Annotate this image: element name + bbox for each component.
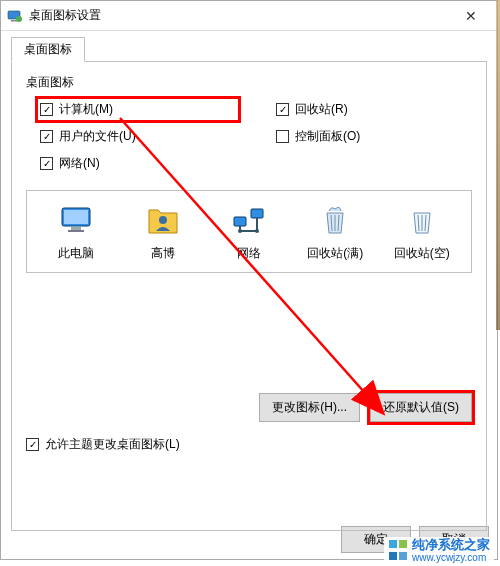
decorative-edge bbox=[496, 0, 500, 330]
svg-point-7 bbox=[159, 216, 167, 224]
recycle-empty-icon bbox=[404, 203, 440, 239]
window-title: 桌面图标设置 bbox=[29, 7, 451, 24]
checkbox-label: 用户的文件(U) bbox=[59, 128, 136, 145]
group-label: 桌面图标 bbox=[26, 74, 472, 91]
watermark-name: 纯净系统之家 bbox=[412, 538, 490, 552]
preview-user[interactable]: 高博 bbox=[126, 203, 200, 262]
preview-network[interactable]: 网络 bbox=[212, 203, 286, 262]
icon-label: 回收站(满) bbox=[307, 245, 363, 262]
close-icon: ✕ bbox=[465, 8, 477, 24]
checkbox-grid: 计算机(M) 回收站(R) 用户的文件(U) 控制面板(O) 网络(N) bbox=[40, 101, 472, 172]
svg-point-11 bbox=[255, 229, 259, 233]
preview-recycle-empty[interactable]: 回收站(空) bbox=[385, 203, 459, 262]
checkbox-icon bbox=[40, 130, 53, 143]
restore-defaults-button[interactable]: 还原默认值(S) bbox=[370, 393, 472, 422]
checkbox-label: 计算机(M) bbox=[59, 101, 113, 118]
icon-label: 此电脑 bbox=[58, 245, 94, 262]
checkbox-userfiles[interactable]: 用户的文件(U) bbox=[40, 128, 236, 145]
dialog-window: 桌面图标设置 ✕ 桌面图标 桌面图标 计算机(M) 回收站(R) bbox=[0, 0, 498, 560]
checkbox-network[interactable]: 网络(N) bbox=[40, 155, 236, 172]
checkbox-label: 回收站(R) bbox=[295, 101, 348, 118]
icon-preview-box: 此电脑 高博 bbox=[26, 190, 472, 273]
close-button[interactable]: ✕ bbox=[451, 2, 491, 30]
preview-this-pc[interactable]: 此电脑 bbox=[39, 203, 113, 262]
checkbox-allow-themes[interactable]: 允许主题更改桌面图标(L) bbox=[26, 436, 472, 453]
svg-rect-6 bbox=[68, 230, 84, 232]
checkbox-icon bbox=[40, 103, 53, 116]
watermark-url: www.ycwjzy.com bbox=[412, 552, 490, 563]
icon-label: 网络 bbox=[237, 245, 261, 262]
network-icon bbox=[231, 203, 267, 239]
watermark: 纯净系统之家 www.ycwjzy.com bbox=[384, 537, 494, 564]
checkbox-icon bbox=[276, 103, 289, 116]
svg-point-2 bbox=[16, 16, 22, 22]
change-icon-button[interactable]: 更改图标(H)... bbox=[259, 393, 360, 422]
monitor-icon bbox=[58, 203, 94, 239]
user-folder-icon bbox=[145, 203, 181, 239]
svg-rect-4 bbox=[64, 210, 88, 224]
preview-recycle-full[interactable]: 回收站(满) bbox=[298, 203, 372, 262]
tab-panel: 桌面图标 计算机(M) 回收站(R) 用户的文件(U) 控制面板(O) bbox=[11, 61, 487, 531]
checkbox-label: 允许主题更改桌面图标(L) bbox=[45, 436, 180, 453]
svg-rect-8 bbox=[234, 217, 246, 226]
tab-desktop-icons[interactable]: 桌面图标 bbox=[11, 37, 85, 62]
checkbox-icon bbox=[26, 438, 39, 451]
svg-rect-9 bbox=[251, 209, 263, 218]
checkbox-computer[interactable]: 计算机(M) bbox=[40, 101, 236, 118]
checkbox-ctrlpanel[interactable]: 控制面板(O) bbox=[276, 128, 472, 145]
checkbox-icon bbox=[276, 130, 289, 143]
client-area: 桌面图标 桌面图标 计算机(M) 回收站(R) 用户的文件(U) bbox=[1, 31, 497, 531]
recycle-full-icon bbox=[317, 203, 353, 239]
svg-point-10 bbox=[238, 229, 242, 233]
svg-rect-1 bbox=[11, 20, 17, 22]
icon-label: 高博 bbox=[151, 245, 175, 262]
checkbox-icon bbox=[40, 157, 53, 170]
icon-label: 回收站(空) bbox=[394, 245, 450, 262]
icon-button-row: 更改图标(H)... 还原默认值(S) bbox=[26, 393, 472, 422]
app-icon bbox=[7, 8, 23, 24]
tab-strip: 桌面图标 bbox=[11, 37, 487, 61]
watermark-logo-icon bbox=[388, 539, 406, 561]
checkbox-label: 控制面板(O) bbox=[295, 128, 360, 145]
checkbox-recycle[interactable]: 回收站(R) bbox=[276, 101, 472, 118]
title-bar: 桌面图标设置 ✕ bbox=[1, 1, 497, 31]
svg-rect-5 bbox=[71, 227, 81, 230]
checkbox-label: 网络(N) bbox=[59, 155, 100, 172]
